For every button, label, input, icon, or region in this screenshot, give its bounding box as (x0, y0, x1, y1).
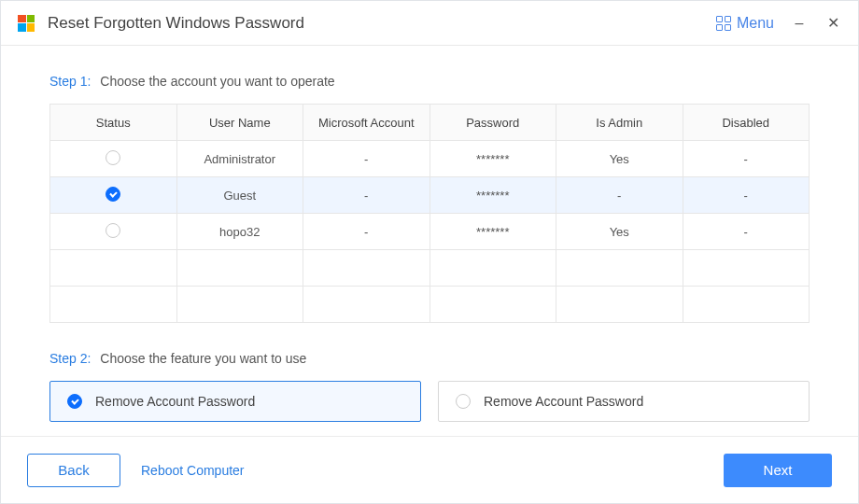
cell-user: hopo32 (176, 214, 303, 250)
feature-remove-password[interactable]: Remove Account Password (49, 381, 421, 422)
reboot-link[interactable]: Reboot Computer (141, 463, 245, 478)
step2-section: Step 2: Choose the feature you want to u… (49, 351, 810, 422)
cell-admin: Yes (556, 214, 683, 250)
cell-disabled: - (683, 177, 810, 214)
step2-line: Step 2: Choose the feature you want to u… (49, 351, 810, 366)
footer-bar: Back Reboot Computer Next (1, 436, 858, 503)
window-title: Reset Forgotten Windows Password (48, 14, 716, 33)
cell-admin: - (556, 177, 683, 214)
cell-ms: - (303, 141, 430, 177)
step1-line: Step 1: Choose the account you want to o… (49, 74, 810, 89)
close-button[interactable]: ✕ (824, 14, 841, 32)
step2-desc: Choose the feature you want to use (100, 351, 306, 366)
back-button[interactable]: Back (27, 454, 120, 487)
table-row-empty (50, 250, 810, 287)
app-logo-icon (18, 15, 35, 32)
cell-pw: ******* (430, 177, 556, 214)
col-disabled: Disabled (683, 105, 810, 141)
cell-disabled: - (683, 214, 810, 250)
cell-user: Guest (176, 177, 303, 214)
col-pw: Password (430, 105, 556, 141)
content-area: Step 1: Choose the account you want to o… (1, 46, 858, 436)
step1-label: Step 1: (49, 74, 91, 89)
cell-disabled: - (683, 141, 810, 177)
table-row[interactable]: Administrator - ******* Yes - (50, 141, 810, 177)
step2-label: Step 2: (49, 351, 91, 366)
feature-label: Remove Account Password (95, 394, 255, 409)
window-controls: Menu – ✕ (716, 14, 841, 32)
col-status: Status (50, 105, 177, 141)
minimize-button[interactable]: – (791, 15, 808, 32)
row-radio-icon[interactable] (106, 223, 120, 238)
feature-radio-checked-icon (67, 394, 82, 409)
table-row[interactable]: Guest - ******* - - (50, 177, 810, 214)
row-radio-icon[interactable] (106, 150, 120, 165)
feature-radio-icon (456, 394, 471, 409)
titlebar: Reset Forgotten Windows Password Menu – … (1, 1, 858, 46)
cell-user: Administrator (176, 141, 303, 177)
row-radio-checked-icon[interactable] (106, 187, 120, 202)
cell-ms: - (303, 177, 430, 214)
feature-remove-password-alt[interactable]: Remove Account Password (438, 381, 810, 422)
menu-button[interactable]: Menu (716, 15, 774, 32)
step1-desc: Choose the account you want to operate (100, 74, 334, 89)
next-button[interactable]: Next (724, 454, 832, 487)
cell-pw: ******* (430, 141, 556, 177)
app-window: Reset Forgotten Windows Password Menu – … (0, 0, 859, 504)
menu-grid-icon (716, 16, 731, 31)
table-row-empty (50, 287, 810, 323)
menu-label: Menu (737, 15, 774, 32)
feature-label: Remove Account Password (484, 394, 643, 409)
table-row[interactable]: hopo32 - ******* Yes - (50, 214, 810, 250)
feature-options: Remove Account Password Remove Account P… (49, 381, 810, 422)
col-admin: Is Admin (556, 105, 683, 141)
cell-ms: - (303, 214, 430, 250)
accounts-table: Status User Name Microsoft Account Passw… (49, 104, 810, 323)
table-header-row: Status User Name Microsoft Account Passw… (50, 105, 810, 141)
col-user: User Name (176, 105, 303, 141)
cell-admin: Yes (556, 141, 683, 177)
cell-pw: ******* (430, 214, 556, 250)
col-ms: Microsoft Account (303, 105, 430, 141)
